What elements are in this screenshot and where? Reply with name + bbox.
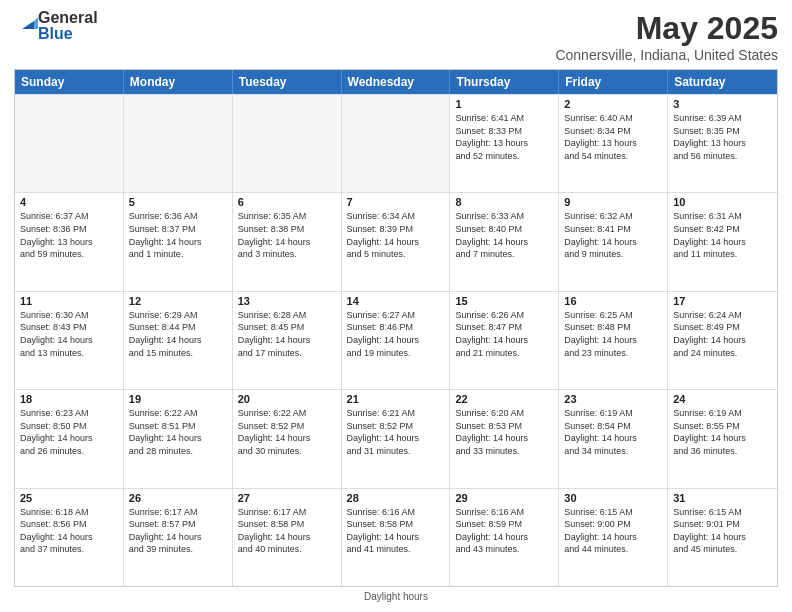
header: General Blue May 2025 Connersville, Indi…: [14, 10, 778, 63]
cal-header-cell-saturday: Saturday: [668, 70, 777, 94]
day-number: 21: [347, 393, 445, 405]
day-number: 20: [238, 393, 336, 405]
cal-cell-5: 5Sunrise: 6:36 AM Sunset: 8:37 PM Daylig…: [124, 193, 233, 290]
day-info: Sunrise: 6:24 AM Sunset: 8:49 PM Dayligh…: [673, 309, 772, 359]
day-number: 28: [347, 492, 445, 504]
cal-cell-10: 10Sunrise: 6:31 AM Sunset: 8:42 PM Dayli…: [668, 193, 777, 290]
day-info: Sunrise: 6:36 AM Sunset: 8:37 PM Dayligh…: [129, 210, 227, 260]
day-number: 26: [129, 492, 227, 504]
cal-cell-23: 23Sunrise: 6:19 AM Sunset: 8:54 PM Dayli…: [559, 390, 668, 487]
cal-cell-7: 7Sunrise: 6:34 AM Sunset: 8:39 PM Daylig…: [342, 193, 451, 290]
day-number: 6: [238, 196, 336, 208]
logo: General Blue: [14, 10, 98, 42]
cal-cell-27: 27Sunrise: 6:17 AM Sunset: 8:58 PM Dayli…: [233, 489, 342, 586]
day-info: Sunrise: 6:17 AM Sunset: 8:58 PM Dayligh…: [238, 506, 336, 556]
day-number: 5: [129, 196, 227, 208]
svg-marker-0: [22, 21, 34, 29]
day-info: Sunrise: 6:34 AM Sunset: 8:39 PM Dayligh…: [347, 210, 445, 260]
calendar: SundayMondayTuesdayWednesdayThursdayFrid…: [14, 69, 778, 587]
cal-header-cell-friday: Friday: [559, 70, 668, 94]
cal-row-0: 1Sunrise: 6:41 AM Sunset: 8:33 PM Daylig…: [15, 94, 777, 192]
cal-row-1: 4Sunrise: 6:37 AM Sunset: 8:36 PM Daylig…: [15, 192, 777, 290]
day-number: 7: [347, 196, 445, 208]
logo-blue-text: Blue: [38, 26, 98, 42]
day-info: Sunrise: 6:21 AM Sunset: 8:52 PM Dayligh…: [347, 407, 445, 457]
day-info: Sunrise: 6:19 AM Sunset: 8:54 PM Dayligh…: [564, 407, 662, 457]
cal-cell-24: 24Sunrise: 6:19 AM Sunset: 8:55 PM Dayli…: [668, 390, 777, 487]
day-number: 29: [455, 492, 553, 504]
cal-cell-empty-0: [15, 95, 124, 192]
main-title: May 2025: [555, 10, 778, 47]
day-info: Sunrise: 6:23 AM Sunset: 8:50 PM Dayligh…: [20, 407, 118, 457]
day-info: Sunrise: 6:16 AM Sunset: 8:59 PM Dayligh…: [455, 506, 553, 556]
day-number: 12: [129, 295, 227, 307]
cal-cell-2: 2Sunrise: 6:40 AM Sunset: 8:34 PM Daylig…: [559, 95, 668, 192]
day-info: Sunrise: 6:15 AM Sunset: 9:01 PM Dayligh…: [673, 506, 772, 556]
day-number: 8: [455, 196, 553, 208]
cal-cell-1: 1Sunrise: 6:41 AM Sunset: 8:33 PM Daylig…: [450, 95, 559, 192]
day-number: 24: [673, 393, 772, 405]
cal-cell-25: 25Sunrise: 6:18 AM Sunset: 8:56 PM Dayli…: [15, 489, 124, 586]
day-info: Sunrise: 6:16 AM Sunset: 8:58 PM Dayligh…: [347, 506, 445, 556]
day-info: Sunrise: 6:25 AM Sunset: 8:48 PM Dayligh…: [564, 309, 662, 359]
title-block: May 2025 Connersville, Indiana, United S…: [555, 10, 778, 63]
day-info: Sunrise: 6:40 AM Sunset: 8:34 PM Dayligh…: [564, 112, 662, 162]
cal-cell-empty-3: [342, 95, 451, 192]
cal-cell-empty-2: [233, 95, 342, 192]
cal-cell-13: 13Sunrise: 6:28 AM Sunset: 8:45 PM Dayli…: [233, 292, 342, 389]
day-info: Sunrise: 6:26 AM Sunset: 8:47 PM Dayligh…: [455, 309, 553, 359]
day-info: Sunrise: 6:41 AM Sunset: 8:33 PM Dayligh…: [455, 112, 553, 162]
day-number: 23: [564, 393, 662, 405]
cal-cell-29: 29Sunrise: 6:16 AM Sunset: 8:59 PM Dayli…: [450, 489, 559, 586]
cal-header-cell-tuesday: Tuesday: [233, 70, 342, 94]
calendar-body: 1Sunrise: 6:41 AM Sunset: 8:33 PM Daylig…: [15, 94, 777, 586]
day-info: Sunrise: 6:22 AM Sunset: 8:52 PM Dayligh…: [238, 407, 336, 457]
cal-cell-20: 20Sunrise: 6:22 AM Sunset: 8:52 PM Dayli…: [233, 390, 342, 487]
cal-cell-22: 22Sunrise: 6:20 AM Sunset: 8:53 PM Dayli…: [450, 390, 559, 487]
cal-header-cell-wednesday: Wednesday: [342, 70, 451, 94]
cal-cell-26: 26Sunrise: 6:17 AM Sunset: 8:57 PM Dayli…: [124, 489, 233, 586]
day-info: Sunrise: 6:32 AM Sunset: 8:41 PM Dayligh…: [564, 210, 662, 260]
day-info: Sunrise: 6:15 AM Sunset: 9:00 PM Dayligh…: [564, 506, 662, 556]
cal-cell-12: 12Sunrise: 6:29 AM Sunset: 8:44 PM Dayli…: [124, 292, 233, 389]
logo-icon: [16, 11, 38, 33]
cal-cell-17: 17Sunrise: 6:24 AM Sunset: 8:49 PM Dayli…: [668, 292, 777, 389]
page: General Blue May 2025 Connersville, Indi…: [0, 0, 792, 612]
day-number: 17: [673, 295, 772, 307]
day-info: Sunrise: 6:35 AM Sunset: 8:38 PM Dayligh…: [238, 210, 336, 260]
day-info: Sunrise: 6:19 AM Sunset: 8:55 PM Dayligh…: [673, 407, 772, 457]
day-number: 3: [673, 98, 772, 110]
calendar-header: SundayMondayTuesdayWednesdayThursdayFrid…: [15, 70, 777, 94]
day-number: 11: [20, 295, 118, 307]
cal-cell-empty-1: [124, 95, 233, 192]
day-number: 25: [20, 492, 118, 504]
day-number: 9: [564, 196, 662, 208]
day-info: Sunrise: 6:20 AM Sunset: 8:53 PM Dayligh…: [455, 407, 553, 457]
cal-cell-9: 9Sunrise: 6:32 AM Sunset: 8:41 PM Daylig…: [559, 193, 668, 290]
cal-cell-14: 14Sunrise: 6:27 AM Sunset: 8:46 PM Dayli…: [342, 292, 451, 389]
cal-cell-3: 3Sunrise: 6:39 AM Sunset: 8:35 PM Daylig…: [668, 95, 777, 192]
cal-cell-15: 15Sunrise: 6:26 AM Sunset: 8:47 PM Dayli…: [450, 292, 559, 389]
subtitle: Connersville, Indiana, United States: [555, 47, 778, 63]
day-number: 27: [238, 492, 336, 504]
day-number: 22: [455, 393, 553, 405]
day-number: 30: [564, 492, 662, 504]
day-info: Sunrise: 6:18 AM Sunset: 8:56 PM Dayligh…: [20, 506, 118, 556]
logo-text: General Blue: [38, 10, 98, 42]
day-info: Sunrise: 6:37 AM Sunset: 8:36 PM Dayligh…: [20, 210, 118, 260]
day-info: Sunrise: 6:31 AM Sunset: 8:42 PM Dayligh…: [673, 210, 772, 260]
cal-cell-19: 19Sunrise: 6:22 AM Sunset: 8:51 PM Dayli…: [124, 390, 233, 487]
day-info: Sunrise: 6:17 AM Sunset: 8:57 PM Dayligh…: [129, 506, 227, 556]
day-number: 16: [564, 295, 662, 307]
day-info: Sunrise: 6:28 AM Sunset: 8:45 PM Dayligh…: [238, 309, 336, 359]
day-info: Sunrise: 6:33 AM Sunset: 8:40 PM Dayligh…: [455, 210, 553, 260]
day-number: 14: [347, 295, 445, 307]
cal-row-4: 25Sunrise: 6:18 AM Sunset: 8:56 PM Dayli…: [15, 488, 777, 586]
day-number: 18: [20, 393, 118, 405]
day-number: 10: [673, 196, 772, 208]
logo-general-text: General: [38, 10, 98, 26]
day-number: 1: [455, 98, 553, 110]
day-info: Sunrise: 6:27 AM Sunset: 8:46 PM Dayligh…: [347, 309, 445, 359]
cal-cell-8: 8Sunrise: 6:33 AM Sunset: 8:40 PM Daylig…: [450, 193, 559, 290]
day-number: 19: [129, 393, 227, 405]
